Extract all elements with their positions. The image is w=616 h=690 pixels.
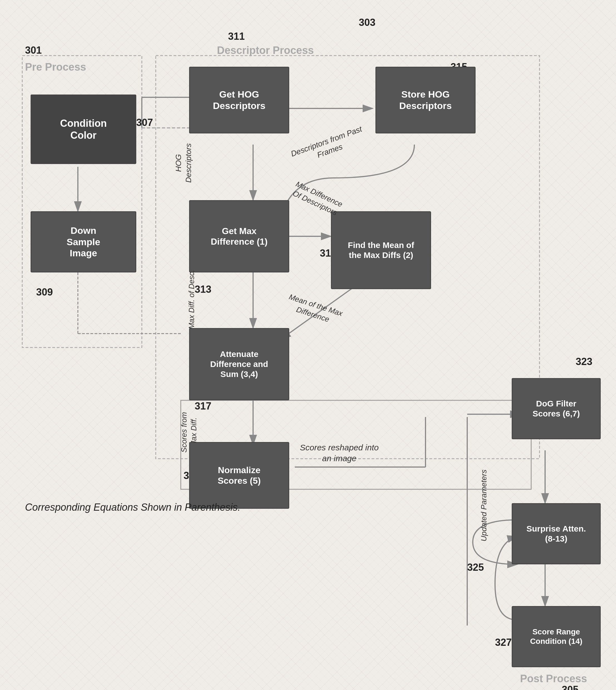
- normalize-box: Normalize Scores (5): [189, 442, 289, 509]
- condition-color-box: Condition Color: [30, 94, 136, 164]
- post-process-label: Post Process: [520, 673, 587, 685]
- surprise-atten-box: Surprise Atten. (8-13): [512, 503, 601, 564]
- ref-325: 325: [467, 561, 484, 573]
- dog-filter-box: DoG Filter Scores (6,7): [512, 378, 601, 439]
- store-hog-box: Store HOG Descriptors: [375, 67, 476, 133]
- hog-descriptors-label: HOG Descriptors: [174, 135, 194, 191]
- attenuate-box: Attenuate Difference and Sum (3,4): [189, 328, 289, 400]
- mean-of-max-diff-label: Mean of the Max Difference: [282, 291, 347, 329]
- ref-313: 313: [195, 284, 211, 295]
- get-hog-box: Get HOG Descriptors: [189, 67, 289, 133]
- down-sample-box: Down Sample Image: [30, 211, 136, 272]
- pre-process-label: Pre Process: [25, 61, 86, 73]
- equations-note: Corresponding Equations Shown in Parenth…: [25, 500, 240, 514]
- ref-309: 309: [36, 286, 53, 298]
- ref-305: 305: [562, 684, 578, 690]
- desc-from-past-label: Descriptors from Past Frames: [288, 124, 368, 169]
- ref-301: 301: [25, 44, 42, 56]
- ref-327: 327: [495, 637, 512, 648]
- ref-311: 311: [228, 30, 245, 42]
- find-mean-box: Find the Mean of the Max Diffs (2): [331, 211, 431, 289]
- scores-reshaped-label: Scores reshaped into an image: [298, 442, 381, 464]
- ref-303: 303: [359, 17, 375, 28]
- diagram-container: 301 Pre Process Condition Color Down Sam…: [0, 0, 616, 690]
- get-max-diff-box: Get Max Difference (1): [189, 200, 289, 272]
- ref-323: 323: [576, 356, 592, 368]
- max-diff-of-desc-label: Max Difference Of Descriptors: [288, 178, 347, 219]
- score-range-box: Score Range Condition (14): [512, 606, 601, 667]
- descriptor-process-label: Descriptor Process: [217, 44, 314, 57]
- ref-307: 307: [136, 117, 153, 129]
- max-diff-desc-label: Max Diff. of Desc.: [187, 269, 197, 330]
- updated-params-label: Updated Parameters: [479, 464, 489, 547]
